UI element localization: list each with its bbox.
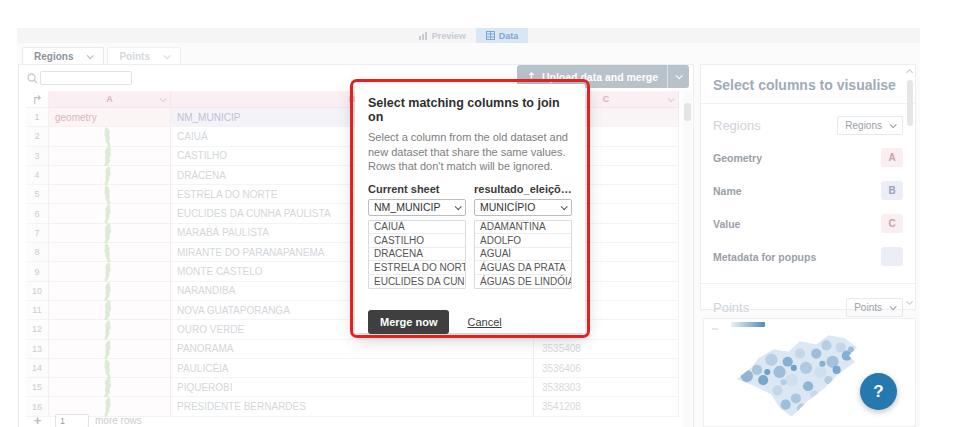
geometry-cell[interactable] (49, 185, 171, 204)
row-number-cell[interactable]: 3 (26, 147, 49, 166)
scroll-down-icon[interactable] (906, 298, 913, 305)
row-number-cell[interactable]: 5 (26, 185, 49, 204)
current-sheet-values-list: CAIUÁCASTILHODRACENAESTRELA DO NORTEEUCL… (368, 220, 466, 290)
chevron-down-icon (676, 72, 683, 79)
scroll-up-icon[interactable] (906, 69, 913, 76)
municipality-shape-icon (99, 204, 116, 224)
map-preview-card (703, 318, 916, 427)
geometry-cell-text: geometry (49, 112, 97, 123)
row-number-cell[interactable]: 8 (26, 243, 49, 262)
column-badge[interactable] (881, 247, 903, 266)
list-item[interactable]: DRACENA (369, 248, 465, 262)
column-badge[interactable]: C (881, 214, 903, 233)
row-number-cell[interactable]: 14 (26, 359, 49, 378)
regions-sheet-selector[interactable]: Regions (837, 116, 903, 135)
chevron-down-icon (160, 95, 167, 102)
municipality-shape-icon (98, 377, 118, 400)
name-cell[interactable]: PAULICÉIA (171, 359, 534, 378)
row-number-cell[interactable]: 4 (26, 166, 49, 185)
tab-data-label: Data (499, 31, 519, 41)
list-item[interactable]: ADOLFO (475, 234, 571, 248)
divider (701, 283, 915, 284)
search-input[interactable] (40, 71, 132, 85)
municipality-shape-icon (99, 127, 116, 147)
tab-data[interactable]: Data (476, 28, 529, 43)
list-item[interactable]: EUCLIDES DA CUNHA … (369, 275, 465, 289)
table-row[interactable]: 15 PIQUEROBI 3538303 (26, 378, 679, 397)
municipality-shape-icon (99, 262, 116, 282)
name-cell[interactable]: PIQUEROBI (171, 378, 534, 397)
geometry-cell[interactable]: geometry (49, 108, 171, 127)
table-scrollbar-thumb[interactable] (684, 103, 691, 121)
geometry-cell[interactable] (49, 340, 171, 359)
geometry-cell[interactable] (49, 301, 171, 320)
list-item[interactable]: CASTILHO (369, 234, 465, 248)
upload-options-toggle[interactable] (667, 65, 689, 88)
new-dataset-column-select[interactable]: MUNICÍPIO (474, 199, 572, 216)
add-rows-count-input[interactable] (55, 414, 89, 427)
list-item[interactable]: ESTRELA DO NORTE (369, 261, 465, 275)
panel-scrollbar-thumb[interactable] (907, 80, 913, 126)
geometry-cell[interactable] (49, 127, 171, 146)
tab-preview[interactable]: Preview (409, 28, 476, 43)
column-badge[interactable]: A (881, 148, 903, 167)
list-item[interactable]: ADAMANTINA (475, 221, 571, 235)
geometry-cell[interactable] (49, 224, 171, 243)
row-number-cell[interactable]: 1 (26, 108, 49, 127)
upload-button-main[interactable]: Upload data and merge (517, 71, 667, 83)
regions-field-list: Geometry A Name B Value C Metadata for p… (701, 135, 915, 283)
points-section-title: Points (713, 300, 749, 315)
table-grid-icon (486, 31, 495, 40)
geometry-cell[interactable] (49, 147, 171, 166)
current-sheet-column-select[interactable]: NM_MUNICIP (368, 199, 466, 216)
geometry-cell[interactable] (49, 166, 171, 185)
table-row[interactable]: 14 PAULICÉIA 3536406 (26, 359, 679, 378)
column-binding-row: Metadata for popups (713, 240, 903, 273)
sheet-tab-points[interactable]: Points (107, 47, 181, 65)
column-header-a[interactable]: A (49, 91, 171, 108)
table-scrollbar[interactable] (683, 91, 692, 427)
row-number-cell[interactable]: 12 (26, 320, 49, 339)
row-number-cell[interactable]: 13 (26, 340, 49, 359)
list-item[interactable]: CAIUÁ (369, 221, 465, 235)
row-number-cell[interactable]: 10 (26, 282, 49, 301)
merge-now-button[interactable]: Merge now (368, 310, 449, 334)
bar-chart-icon (419, 31, 428, 40)
value-cell[interactable]: 3536406 (534, 359, 679, 378)
help-button[interactable]: ? (860, 373, 897, 410)
row-number-cell[interactable]: 15 (26, 378, 49, 397)
table-corner-cell[interactable] (26, 91, 49, 108)
help-button-label: ? (873, 382, 883, 402)
geometry-cell[interactable] (49, 262, 171, 281)
municipality-shape-icon (99, 185, 116, 205)
row-number-cell[interactable]: 9 (26, 262, 49, 281)
points-sheet-selector[interactable]: Points (846, 298, 903, 317)
search-icon (27, 73, 38, 84)
geometry-cell[interactable] (49, 243, 171, 262)
regions-selector-label: Regions (845, 120, 882, 131)
geometry-cell[interactable] (49, 282, 171, 301)
sheet-tab-regions[interactable]: Regions (22, 47, 104, 65)
geometry-cell[interactable] (49, 378, 171, 397)
name-cell[interactable]: PANORAMA (171, 340, 534, 359)
cancel-link[interactable]: Cancel (467, 316, 501, 328)
sao-paulo-choropleth-map[interactable] (724, 323, 884, 425)
list-item[interactable]: ÁGUAS DE LINDÓIA (475, 275, 571, 289)
geometry-cell[interactable] (49, 204, 171, 223)
value-cell[interactable]: 3538303 (534, 378, 679, 397)
column-badge[interactable]: B (881, 181, 903, 200)
row-number-cell[interactable]: 11 (26, 301, 49, 320)
points-section-header: Points Points (701, 286, 915, 317)
panel-scrollbar[interactable] (905, 66, 915, 308)
geometry-cell[interactable] (49, 359, 171, 378)
table-row[interactable]: 13 PANORAMA 3535408 (26, 340, 679, 359)
value-cell[interactable]: 3535408 (534, 340, 679, 359)
row-number-cell[interactable]: 7 (26, 224, 49, 243)
view-tabs: Preview Data (17, 28, 920, 43)
add-rows-button[interactable]: + (26, 414, 49, 427)
row-number-cell[interactable]: 2 (26, 127, 49, 146)
row-number-cell[interactable]: 6 (26, 204, 49, 223)
list-item[interactable]: ÁGUAS DA PRATA (475, 261, 571, 275)
geometry-cell[interactable] (49, 320, 171, 339)
list-item[interactable]: AGUAÍ (475, 248, 571, 262)
